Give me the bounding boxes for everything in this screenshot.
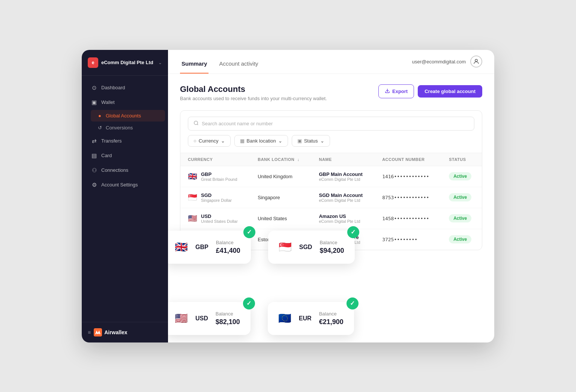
usd-balance-info: Balance $82,100 bbox=[216, 311, 240, 326]
status-badge: Active bbox=[449, 214, 471, 222]
cell-bank-location: United States bbox=[250, 208, 311, 229]
hamburger-icon[interactable]: ≡ bbox=[88, 329, 91, 335]
eur-balance-amount: €21,900 bbox=[319, 318, 344, 326]
cell-currency: 🇪🇺 EUR Euro bbox=[180, 229, 250, 250]
sidebar-label-dashboard: Dashboard bbox=[101, 85, 125, 90]
cell-bank-location: Estonia (Europe) bbox=[250, 229, 311, 250]
connections-icon: ⚇ bbox=[91, 167, 98, 174]
cell-account-number: 8753•••••••••••• bbox=[375, 187, 441, 208]
col-status: STATUS bbox=[441, 153, 482, 166]
sidebar-footer: ≡ Airwallex bbox=[82, 322, 168, 342]
currency-name: Great Britain Pound bbox=[201, 177, 237, 182]
bank-location-filter-label: Bank location bbox=[247, 138, 276, 144]
account-number: 1416•••••••••••• bbox=[382, 174, 429, 179]
usd-check-badge: ✓ bbox=[243, 297, 255, 309]
main-content: Summary Account activity user@ecommdigit… bbox=[168, 50, 494, 342]
search-box[interactable]: Search account name or number bbox=[188, 117, 474, 131]
sidebar-label-connections: Connections bbox=[101, 167, 128, 173]
currency-filter-icon: ○ bbox=[194, 138, 196, 144]
cell-name: EU Shopify Store eComm Digital Pte Ltd bbox=[311, 229, 375, 250]
tab-bar: Summary Account activity bbox=[180, 50, 269, 74]
filter-currency[interactable]: ○ Currency ⌄ bbox=[188, 135, 231, 147]
account-company: eComm Digital Pte Ltd bbox=[319, 198, 367, 203]
currency-flag: 🇺🇸 bbox=[188, 215, 197, 222]
top-bar-right: user@ecommdigital.com bbox=[412, 56, 482, 68]
status-chevron-icon: ⌄ bbox=[320, 138, 324, 144]
sidebar-item-conversions[interactable]: ↺ Conversions bbox=[91, 122, 165, 134]
cell-name: GBP Main Account eComm Digital Pte Ltd bbox=[311, 166, 375, 187]
account-name: SGD Main Account bbox=[319, 192, 367, 198]
eur-balance-info: Balance €21,900 bbox=[319, 311, 344, 326]
sidebar-item-global-accounts[interactable]: ● Global Accounts bbox=[91, 110, 165, 122]
balance-cards-row2: 🇺🇸 USD Balance $82,100 ✓ 🇪🇺 EUR Balance bbox=[168, 302, 354, 335]
create-label: Create global account bbox=[424, 89, 476, 94]
cell-account-number: 3725•••••••• bbox=[375, 229, 441, 250]
user-email: user@ecommdigital.com bbox=[412, 59, 466, 65]
usd-flag: 🇺🇸 bbox=[175, 312, 188, 324]
sidebar-item-account-settings[interactable]: ⚙ Account Settings bbox=[85, 178, 165, 192]
sidebar-header[interactable]: e eComm Digital Pte Ltd ⌄ bbox=[82, 50, 168, 76]
cell-account-number: 1458•••••••••••• bbox=[375, 208, 441, 229]
currency-name: Singapore Dollar bbox=[201, 198, 232, 203]
cell-name: Amazon US eComm Digital Pte Ltd bbox=[311, 208, 375, 229]
currency-code: GBP bbox=[201, 171, 237, 177]
cell-status: Active bbox=[441, 229, 482, 250]
search-row: Search account name or number bbox=[188, 117, 474, 131]
export-button[interactable]: Export bbox=[378, 84, 414, 98]
account-number: 3725•••••••• bbox=[382, 237, 417, 242]
eur-currency-label: EUR bbox=[299, 315, 312, 322]
cell-bank-location: Singapore bbox=[250, 187, 311, 208]
sidebar-label-account-settings: Account Settings bbox=[101, 182, 138, 188]
page-title: Global Accounts bbox=[180, 84, 327, 94]
currency-code: EUR bbox=[201, 234, 211, 240]
filter-status[interactable]: ▣ Status ⌄ bbox=[292, 135, 330, 147]
cell-currency: 🇬🇧 GBP Great Britain Pound bbox=[180, 166, 250, 187]
page-content: Global Accounts Bank accounts used to re… bbox=[168, 74, 494, 342]
sidebar-sub-wallet: ● Global Accounts ↺ Conversions bbox=[82, 110, 168, 134]
sidebar-item-wallet[interactable]: ▣ Wallet bbox=[85, 95, 165, 110]
user-avatar[interactable] bbox=[470, 56, 482, 68]
wallet-icon: ▣ bbox=[91, 99, 98, 106]
currency-code: SGD bbox=[201, 192, 232, 198]
table-toolbar: Search account name or number ○ Currency… bbox=[180, 111, 482, 153]
col-name: NAME bbox=[311, 153, 375, 166]
settings-icon: ⚙ bbox=[91, 182, 98, 188]
sidebar-item-connections[interactable]: ⚇ Connections bbox=[85, 163, 165, 177]
create-global-account-button[interactable]: Create global account bbox=[418, 85, 482, 98]
currency-filter-label: Currency bbox=[199, 138, 219, 144]
export-label: Export bbox=[392, 89, 408, 94]
cell-status: Active bbox=[441, 187, 482, 208]
table-row[interactable]: 🇪🇺 EUR Euro Estonia (Europe) EU Shopify … bbox=[180, 229, 482, 250]
status-badge: Active bbox=[449, 193, 471, 201]
eur-flag: 🇪🇺 bbox=[278, 312, 291, 324]
currency-flag: 🇪🇺 bbox=[188, 236, 197, 243]
dashboard-icon: ⊙ bbox=[91, 84, 98, 91]
table-row[interactable]: 🇬🇧 GBP Great Britain Pound United Kingdo… bbox=[180, 166, 482, 187]
top-bar: Summary Account activity user@ecommdigit… bbox=[168, 50, 494, 74]
accounts-table-container: Search account name or number ○ Currency… bbox=[180, 110, 482, 250]
tab-summary[interactable]: Summary bbox=[180, 60, 208, 74]
tab-account-activity[interactable]: Account activity bbox=[218, 60, 260, 74]
sidebar-item-card[interactable]: ▤ Card bbox=[85, 149, 165, 163]
account-number: 8753•••••••••••• bbox=[382, 195, 429, 200]
table-row[interactable]: 🇸🇬 SGD Singapore Dollar Singapore SGD Ma… bbox=[180, 187, 482, 208]
table-row[interactable]: 🇺🇸 USD United States Dollar United State… bbox=[180, 208, 482, 229]
currency-name: United States Dollar bbox=[201, 219, 238, 224]
company-logo: e bbox=[88, 57, 98, 68]
usd-currency-label: USD bbox=[195, 315, 208, 322]
sidebar-label-card: Card bbox=[101, 153, 112, 158]
currency-code: USD bbox=[201, 213, 238, 219]
cell-bank-location: United Kingdom bbox=[250, 166, 311, 187]
status-badge: Active bbox=[449, 235, 471, 243]
sidebar-item-dashboard[interactable]: ⊙ Dashboard bbox=[85, 81, 165, 95]
usd-balance-amount: $82,100 bbox=[216, 318, 240, 326]
company-chevron: ⌄ bbox=[158, 60, 162, 65]
account-name: GBP Main Account bbox=[319, 171, 367, 177]
bank-location-chevron-icon: ⌄ bbox=[278, 138, 282, 144]
col-currency: CURRENCY bbox=[180, 153, 250, 166]
filter-bank-location[interactable]: ▦ Bank location ⌄ bbox=[234, 135, 288, 147]
col-bank-location[interactable]: BANK LOCATION ↓ bbox=[250, 153, 311, 166]
sidebar-label-transfers: Transfers bbox=[101, 138, 122, 144]
sidebar-item-transfers[interactable]: ⇄ Transfers bbox=[85, 134, 165, 148]
aw-brand-icon bbox=[94, 328, 102, 336]
